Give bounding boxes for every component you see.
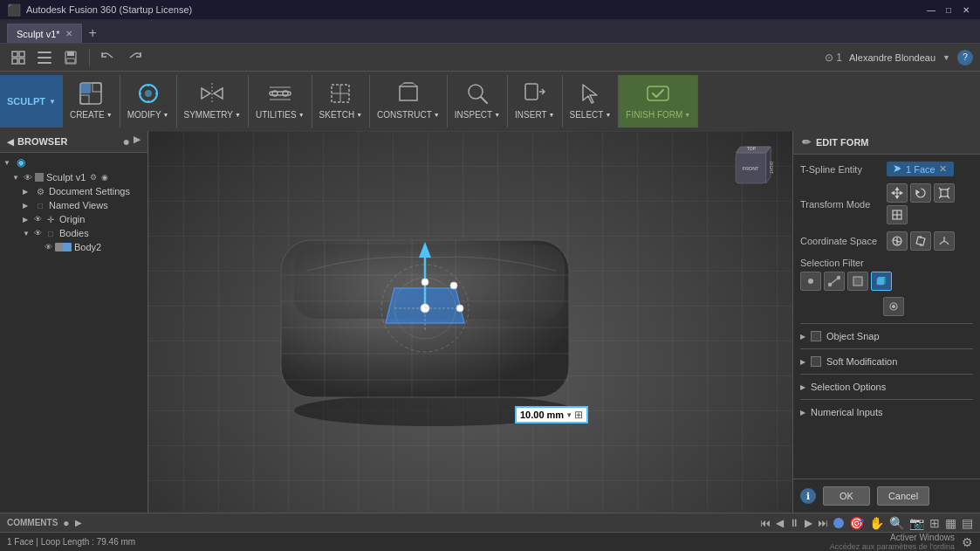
viewport-tools-2[interactable]: ✋: [869, 516, 884, 530]
viewport[interactable]: 10.00 mm ▼ ⊞ TOP: [148, 131, 792, 513]
transform-rotate-button[interactable]: [910, 183, 931, 203]
save-button[interactable]: [59, 46, 82, 69]
sketch-menu[interactable]: SKETCH ▼: [312, 75, 371, 127]
filter-body-button[interactable]: [871, 272, 892, 291]
sculpt-v1-settings-icon[interactable]: ⚙: [90, 173, 97, 182]
selection-options-header[interactable]: ▶ Selection Options: [800, 380, 973, 394]
browser-expand-icon[interactable]: ◀: [7, 137, 14, 147]
value-input-box[interactable]: 10.00 mm ▼ ⊞: [515, 406, 588, 424]
activate-sub: Accédez aux paramètres de l'ordina: [830, 542, 955, 551]
filter-extra-row: [800, 297, 973, 316]
tab-sculpt-v1[interactable]: Sculpt v1* ✕: [7, 24, 82, 43]
sculpt-menu[interactable]: SCULPT ▼: [0, 75, 63, 127]
browser-item-root[interactable]: ▼ ◉: [0, 155, 147, 170]
tab-add-button[interactable]: +: [82, 24, 104, 43]
svg-marker-68: [892, 192, 894, 195]
transform-free-button[interactable]: [887, 205, 908, 224]
eye-icon[interactable]: 👁: [45, 243, 52, 251]
svg-rect-12: [93, 83, 101, 92]
finish-form-menu[interactable]: FINISH FORM ▼: [619, 75, 698, 127]
value-icon[interactable]: ⊞: [574, 409, 583, 421]
viewport-tools-1[interactable]: 🎯: [849, 516, 864, 530]
symmetry-menu[interactable]: SYMMETRY ▼: [177, 75, 249, 127]
inspect-menu[interactable]: INSPECT ▼: [448, 75, 508, 127]
filter-edge-button[interactable]: [824, 272, 845, 291]
utilities-caret: ▼: [298, 112, 305, 118]
user-name[interactable]: Alexandre Blondeau: [849, 52, 935, 63]
viewport-tools-3[interactable]: 🔍: [889, 516, 904, 530]
playback-end-icon[interactable]: ⏭: [818, 517, 828, 529]
value-dropdown-icon[interactable]: ▼: [565, 411, 572, 419]
browser-item-sculpt-v1[interactable]: ▼ 👁 Sculpt v1 ⚙ ◉: [0, 170, 147, 184]
eye-icon[interactable]: 👁: [24, 173, 32, 183]
browser-item-doc-settings[interactable]: ▶ ⚙ Document Settings: [0, 184, 147, 198]
viewport-tools-5[interactable]: ⊞: [929, 516, 940, 530]
soft-modification-checkbox[interactable]: [811, 356, 821, 367]
eye-icon[interactable]: 👁: [34, 229, 42, 238]
tspline-chip[interactable]: ⮞ 1 Face ✕: [887, 162, 954, 176]
menu-icon[interactable]: [33, 46, 56, 69]
grid-icon[interactable]: [7, 46, 30, 69]
modify-menu[interactable]: MODIFY ▼: [120, 75, 177, 127]
create-icon: [77, 79, 105, 107]
tab-bar: Sculpt v1* ✕ +: [0, 19, 980, 44]
viewport-tools-4[interactable]: 📷: [909, 516, 924, 530]
tspline-entity-row: T-Spline Entity ⮞ 1 Face ✕: [800, 162, 973, 176]
sculpt-v1-visible-icon[interactable]: ◉: [101, 173, 108, 182]
utilities-menu[interactable]: UTILITIES ▼: [249, 75, 312, 127]
create-menu[interactable]: CREATE ▼: [63, 75, 120, 127]
tab-close-icon[interactable]: ✕: [65, 29, 72, 38]
create-icon-area: [77, 77, 105, 110]
construct-menu[interactable]: CONSTRUCT ▼: [370, 75, 448, 127]
redo-button[interactable]: [123, 46, 146, 69]
browser-dot-icon[interactable]: ●: [123, 134, 130, 148]
comments-dot-icon[interactable]: ●: [63, 517, 69, 529]
object-snap-checkbox[interactable]: [811, 331, 821, 341]
eye-icon[interactable]: 👁: [34, 215, 42, 224]
transform-move-button[interactable]: [887, 183, 908, 203]
finish-form-label: FINISH FORM ▼: [626, 110, 690, 120]
transform-scale-button[interactable]: [934, 183, 955, 203]
comments-expand-icon[interactable]: ▶: [75, 518, 82, 527]
help-button[interactable]: ?: [957, 50, 973, 65]
maximize-button[interactable]: □: [942, 3, 956, 17]
symmetry-icon-area: [198, 77, 226, 110]
ok-button[interactable]: OK: [823, 486, 870, 506]
browser-item-body2[interactable]: ▶ 👁 Body2: [0, 240, 147, 254]
section-arrow-icon: ▶: [800, 333, 805, 341]
filter-extra-button[interactable]: [883, 297, 904, 316]
edit-form-header: ✏ EDIT FORM: [793, 131, 980, 155]
navigation-cube[interactable]: TOP FRONT RIGHT: [723, 140, 784, 201]
select-menu[interactable]: SELECT ▼: [563, 75, 620, 127]
playback-prev-icon[interactable]: ◀: [776, 517, 784, 529]
minimize-button[interactable]: —: [924, 3, 938, 17]
viewport-tools-7[interactable]: ▤: [962, 516, 973, 530]
svg-rect-90: [877, 279, 884, 285]
chip-close-icon[interactable]: ✕: [939, 163, 947, 175]
object-snap-header[interactable]: ▶ Object Snap: [800, 329, 973, 343]
coord-world-button[interactable]: [887, 231, 908, 251]
filter-vertex-button[interactable]: [800, 272, 821, 291]
edit-form-footer: ℹ OK Cancel: [793, 479, 980, 513]
svg-point-94: [893, 306, 895, 308]
filter-face-button[interactable]: [847, 272, 868, 291]
undo-button[interactable]: [97, 46, 120, 69]
browser-resize-icon[interactable]: ▶: [134, 134, 140, 148]
browser-item-origin[interactable]: ▶ 👁 ✛ Origin: [0, 212, 147, 226]
browser-item-named-views[interactable]: ▶ □ Named Views: [0, 198, 147, 212]
viewport-tools-6[interactable]: ▦: [945, 516, 956, 530]
coord-tangent-button[interactable]: [934, 231, 955, 251]
cancel-button[interactable]: Cancel: [877, 486, 929, 506]
insert-menu[interactable]: INSERT ▼: [508, 75, 562, 127]
info-button[interactable]: ℹ: [800, 488, 816, 504]
playback-next-icon[interactable]: ▶: [805, 517, 812, 529]
item-folder-icon: ◉: [15, 156, 27, 169]
browser-item-bodies[interactable]: ▼ 👁 □ Bodies: [0, 226, 147, 240]
numerical-inputs-header[interactable]: ▶ Numerical Inputs: [800, 405, 973, 419]
playback-start-icon[interactable]: ⏮: [760, 517, 771, 529]
close-button[interactable]: ✕: [959, 3, 973, 17]
playback-play-icon[interactable]: ⏸: [789, 517, 799, 529]
soft-modification-header[interactable]: ▶ Soft Modification: [800, 355, 973, 368]
settings-cog-icon[interactable]: ⚙: [962, 535, 973, 549]
coord-local-button[interactable]: [910, 231, 931, 251]
